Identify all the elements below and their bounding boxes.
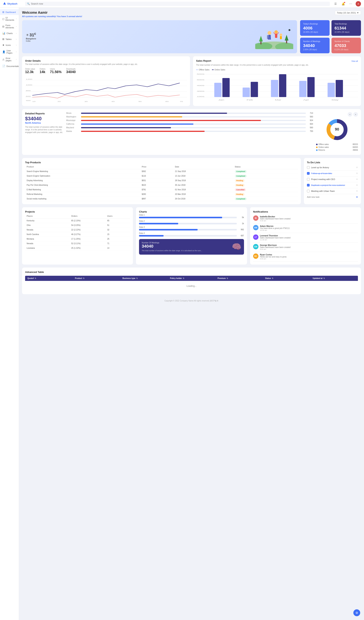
top-products-card: Top Products Product Price Date Status S…	[22, 158, 301, 204]
notif-text: Herbs are fun and easy to grow.	[260, 256, 358, 258]
product-price: $523	[140, 183, 173, 187]
todo-checkbox[interactable]: ✓	[307, 184, 310, 186]
sidebar-item-charts[interactable]: 📊Charts ›	[0, 30, 19, 36]
charts-icon: 📊	[2, 32, 5, 35]
sidebar-item-dashboard[interactable]: ⊞Dashboard	[0, 9, 19, 15]
notification-button[interactable]: 🔔	[340, 1, 346, 6]
proj-orders: 22 (2.22%)	[70, 228, 106, 232]
svg-rect-18	[280, 36, 282, 39]
svg-text:20: 20	[58, 101, 61, 102]
advanced-table-col-header[interactable]: Premium ⇅	[215, 276, 263, 281]
table-row: Display Advertising $551 28 Sep 2018 Pen…	[25, 178, 298, 183]
todo-checkbox[interactable]: ✓	[307, 172, 310, 175]
advanced-table-col-header[interactable]: Business type ⇅	[120, 276, 168, 281]
todo-close-button[interactable]: ✕	[356, 166, 358, 169]
sidebar-item-ui-elements[interactable]: ◻UI Elements ›	[0, 15, 19, 23]
alert-link[interactable]: 3 unread alerts!	[67, 15, 82, 17]
donut-next-button[interactable]: ›	[353, 112, 358, 117]
more-button[interactable]: ⋯	[348, 1, 353, 6]
donut-legend-offline: Offline sales 88333	[316, 143, 358, 145]
table-row: Louisiana 25 (1.32%) 14	[25, 246, 130, 250]
svg-text:Apr: Apr	[303, 99, 309, 101]
proj-place: North Carolina	[25, 232, 70, 237]
returns-dot-legend	[316, 149, 318, 151]
table-row: Referral Marketing $283 20 Mar 2018 Pend…	[25, 192, 298, 197]
sidebar-item-tables[interactable]: ⊞Tables ›	[0, 36, 19, 42]
metric-order-value: Order value 12.3k	[25, 68, 35, 74]
sidebar-item-error-pages[interactable]: ⚠Error pages ›	[0, 56, 19, 63]
progress-bar-maryland	[81, 127, 171, 128]
donut-chart-section: ‹ › 90	[316, 112, 358, 152]
svg-rect-54	[328, 83, 335, 97]
svg-text:300S: 300S	[197, 90, 204, 92]
sidebar-item-documentation[interactable]: 📄Documentation	[0, 63, 19, 69]
sidebar-item-user-pages[interactable]: 👤User Pages ›	[0, 48, 19, 56]
svg-rect-48	[243, 88, 250, 97]
donut-legend-online: Online sales 66093	[316, 146, 358, 148]
order-details-title: Order Details	[25, 59, 187, 62]
svg-rect-46	[214, 83, 222, 97]
notif-content: George Morrison Sales dashboard have bee…	[260, 244, 358, 250]
sales-bar-chart: 500S 500S 400S 300S 100S	[196, 72, 358, 103]
sidebar-item-form-elements[interactable]: ⊟Form elements ›	[0, 23, 19, 30]
search-input[interactable]	[31, 2, 328, 5]
advanced-table-col-header[interactable]: Quote# ⇅	[25, 276, 73, 281]
todo-item-text: Meeting with Urban Team	[311, 190, 354, 192]
sort-icon: ⇅	[183, 277, 184, 279]
add-task-icon[interactable]: ⊕	[356, 196, 358, 198]
list-item: ✓ Duplicate a project for new customer ✕	[307, 182, 358, 188]
chevron-right-icon-5: ›	[16, 44, 16, 46]
todo-close-button[interactable]: ✕	[356, 184, 358, 186]
topnav-actions: ☰ 🔔 ⋯ A	[333, 1, 361, 6]
col-status: Status	[233, 165, 298, 169]
data-bar: Data 3 992	[139, 226, 244, 231]
svg-text:600: 600	[26, 95, 31, 97]
todo-checkbox[interactable]	[307, 166, 310, 169]
search-bar[interactable]: 🔍	[25, 2, 330, 6]
svg-text:70: 70	[180, 101, 183, 102]
progress-bar-alaska	[81, 131, 205, 132]
progress-bar-mississippi	[81, 120, 261, 121]
search-icon: 🔍	[27, 2, 30, 5]
notif-avatar: LT	[253, 234, 258, 240]
todo-checkbox[interactable]	[307, 190, 310, 192]
advanced-table-col-header[interactable]: Updated at ⇅	[310, 276, 358, 281]
app-logo[interactable]: Skydash	[3, 2, 22, 5]
progress-row-alaska: Alaska 793	[66, 130, 313, 132]
proj-users: 71	[106, 241, 130, 246]
product-name: Social media marketing	[25, 197, 140, 201]
stat-card-todays-bookings: Today's Bookings 4006 10.00% (30 days)	[300, 20, 330, 36]
sidebar-label-dashboard: Dashboard	[5, 11, 16, 13]
advanced-table-col-header[interactable]: Policy holder ⇅	[168, 276, 215, 281]
donut-prev-button[interactable]: ‹	[348, 112, 352, 117]
docs-icon: 📄	[2, 65, 5, 68]
sidebar-item-icons[interactable]: ★Icons ›	[0, 42, 19, 48]
todo-add-input[interactable]	[307, 196, 355, 198]
chevron-right-icon-7: ›	[16, 58, 16, 60]
advanced-table-title: Advanced Table	[25, 271, 358, 273]
table-row: Search Engine Marketing $362 21 Sep 2018…	[25, 169, 298, 174]
advanced-table-col-header[interactable]: Product ⇅	[73, 276, 120, 281]
advanced-table-col-header[interactable]: Status ⇅	[263, 276, 310, 281]
progress-row-maryland: Maryland 560	[66, 126, 313, 129]
todo-close-button[interactable]: ✕	[356, 178, 358, 181]
product-price: $897	[140, 197, 173, 201]
todo-close-button[interactable]: ✕	[356, 172, 358, 175]
proj-place: Nevada	[25, 241, 70, 246]
notif-time: 9:00 am	[260, 258, 358, 260]
view-all-link[interactable]: View all	[351, 60, 358, 62]
table-row: Nevada 52 (3.11%) 71	[25, 241, 130, 246]
detailed-left: Detailed Reports $34040 North America Th…	[25, 112, 63, 152]
todo-checkbox[interactable]	[307, 178, 310, 181]
sales-report-title: Sales Report	[196, 59, 211, 62]
menu-button[interactable]: ☰	[333, 1, 338, 6]
metric-downloads: Downloads 34040	[66, 68, 76, 74]
list-item: RC Ryan Cortez Herbs are fun and easy to…	[253, 252, 358, 262]
date-badge[interactable]: Today (10 Jan 2021) ▼	[335, 11, 361, 15]
svg-rect-49	[251, 82, 258, 97]
todo-close-button[interactable]: ✕	[356, 190, 358, 192]
chevron-right-icon-6: ›	[16, 51, 16, 53]
user-avatar[interactable]: A	[356, 1, 361, 6]
proj-orders: 17 (1.25%)	[70, 237, 106, 241]
user-pages-icon: 👤	[2, 50, 5, 53]
